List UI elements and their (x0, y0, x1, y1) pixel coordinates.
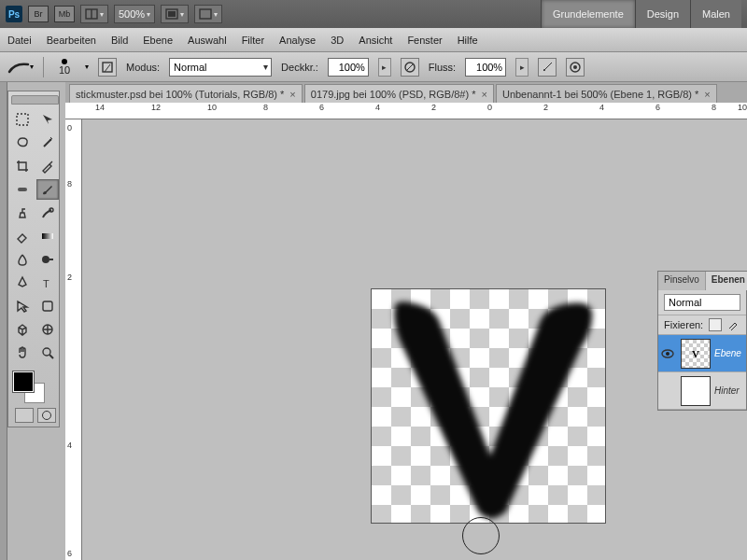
menu-bar: Datei Bearbeiten Bild Ebene Auswahl Filt… (0, 28, 747, 52)
svg-rect-10 (17, 114, 28, 125)
layer-blend-mode-select[interactable]: Normal (664, 294, 740, 311)
svg-point-9 (573, 65, 577, 69)
crop-tool[interactable] (11, 156, 34, 176)
svg-rect-11 (18, 188, 27, 191)
document-tabs: stickmuster.psd bei 100% (Tutorials, RGB… (65, 82, 747, 103)
svg-text:T: T (43, 278, 49, 289)
svg-point-18 (43, 348, 50, 356)
zoom-tool[interactable] (36, 343, 59, 363)
brush-tool[interactable] (36, 179, 59, 200)
history-brush-tool[interactable] (36, 203, 59, 223)
ps-logo-icon: Ps (6, 6, 22, 22)
vertical-ruler[interactable]: 0 8 2 4 6 (65, 119, 82, 560)
flow-flyout[interactable]: ▸ (515, 58, 529, 77)
lock-pixels-icon[interactable] (727, 319, 739, 330)
horizontal-ruler[interactable]: 14 12 10 8 6 4 2 0 2 4 6 8 10 (65, 103, 747, 119)
close-icon[interactable]: × (289, 89, 295, 100)
bridge-button[interactable]: Br (28, 6, 49, 22)
menu-datei[interactable]: Datei (7, 35, 32, 46)
move-tool[interactable] (36, 109, 59, 130)
tab-unbenannt[interactable]: Unbenannt-1 bei 500% (Ebene 1, RGB/8) *× (496, 84, 717, 103)
panel-tab-ebenen[interactable]: Ebenen (706, 272, 747, 290)
magic-wand-tool[interactable] (36, 133, 59, 153)
menu-bild[interactable]: Bild (111, 35, 128, 46)
toolbox-grip[interactable] (11, 95, 59, 105)
left-dock-rail[interactable] (0, 82, 7, 560)
menu-analyse[interactable]: Analyse (279, 35, 316, 46)
color-swatches[interactable] (11, 370, 59, 403)
svg-rect-4 (200, 9, 211, 19)
clone-stamp-tool[interactable] (11, 203, 34, 223)
eyedropper-tool[interactable] (36, 156, 59, 176)
svg-rect-3 (168, 11, 176, 17)
visibility-eye-icon[interactable] (658, 349, 677, 358)
svg-rect-13 (42, 233, 53, 239)
screen-mode-button[interactable]: ▾ (161, 5, 189, 23)
quick-mask-button[interactable] (37, 408, 56, 423)
flow-input[interactable]: 100% (465, 58, 506, 77)
app-bar: Ps Br Mb ▾ 500%▾ ▾ ▾ Grundelemente Desig… (0, 0, 747, 28)
menu-hilfe[interactable]: Hilfe (458, 35, 478, 46)
healing-brush-tool[interactable] (11, 179, 34, 200)
workspace-malen[interactable]: Malen (690, 0, 741, 28)
3d-tool[interactable] (11, 319, 34, 340)
standard-mode-button[interactable] (15, 408, 34, 423)
size-pressure-toggle[interactable] (566, 58, 585, 77)
flow-label: Fluss: (429, 62, 456, 73)
svg-point-7 (543, 69, 545, 71)
layer-row-hintergrund[interactable]: Hinter (658, 372, 746, 410)
dodge-tool[interactable] (36, 249, 59, 270)
airbrush-toggle[interactable] (538, 58, 557, 77)
brush-panel-toggle[interactable] (98, 58, 117, 77)
opacity-input[interactable]: 100% (328, 58, 369, 77)
gradient-tool[interactable] (36, 226, 59, 246)
arrange-documents-button[interactable]: ▾ (80, 5, 108, 23)
extras-button[interactable]: ▾ (194, 5, 222, 23)
svg-rect-16 (43, 301, 52, 311)
workspace-design[interactable]: Design (635, 0, 690, 28)
brush-size-preview[interactable]: 10 (53, 59, 76, 76)
canvas-area[interactable] (82, 119, 747, 560)
menu-3d[interactable]: 3D (331, 35, 344, 46)
opacity-pressure-toggle[interactable] (401, 58, 419, 77)
svg-point-20 (666, 352, 669, 356)
foreground-color-swatch[interactable] (13, 371, 34, 392)
layer-name[interactable]: Hinter (714, 385, 746, 396)
layer-row-ebene1[interactable]: V Ebene (658, 335, 746, 372)
svg-rect-5 (103, 63, 112, 72)
hand-tool[interactable] (11, 343, 34, 363)
menu-filter[interactable]: Filter (242, 35, 264, 46)
layer-name[interactable]: Ebene (714, 348, 746, 358)
zoom-level-dropdown[interactable]: 500%▾ (114, 5, 155, 23)
menu-ebene[interactable]: Ebene (143, 35, 173, 46)
layer-thumbnail[interactable]: V (681, 339, 711, 369)
lock-transparency-icon[interactable] (709, 318, 722, 331)
close-icon[interactable]: × (482, 89, 487, 100)
menu-ansicht[interactable]: Ansicht (359, 35, 392, 46)
workspace-grundelemente[interactable]: Grundelemente (541, 0, 635, 28)
document-canvas[interactable] (371, 288, 606, 524)
menu-bearbeiten[interactable]: Bearbeiten (47, 35, 96, 46)
opacity-flyout[interactable]: ▸ (378, 58, 391, 77)
mini-bridge-button[interactable]: Mb (54, 6, 75, 22)
layer-thumbnail[interactable] (681, 376, 711, 406)
menu-fenster[interactable]: Fenster (407, 35, 442, 46)
lock-label: Fixieren: (664, 319, 703, 330)
blend-mode-select[interactable]: Normal (169, 58, 272, 77)
type-tool[interactable]: T (36, 273, 59, 293)
lasso-tool[interactable] (11, 133, 34, 153)
marquee-tool[interactable] (11, 109, 34, 130)
panel-tab-pinsel[interactable]: Pinselvo (658, 272, 706, 290)
3d-camera-tool[interactable] (36, 319, 59, 340)
tool-preset-picker[interactable]: ▾ (7, 57, 34, 77)
svg-point-14 (42, 256, 49, 263)
path-selection-tool[interactable] (11, 296, 34, 316)
tab-stickmuster[interactable]: stickmuster.psd bei 100% (Tutorials, RGB… (69, 84, 303, 103)
pen-tool[interactable] (11, 273, 34, 293)
eraser-tool[interactable] (11, 226, 34, 246)
close-icon[interactable]: × (704, 89, 710, 100)
menu-auswahl[interactable]: Auswahl (188, 35, 227, 46)
tab-0179[interactable]: 0179.jpg bei 100% (PSD, RGB/8#) *× (304, 84, 494, 103)
shape-tool[interactable] (36, 296, 59, 316)
blur-tool[interactable] (11, 249, 34, 270)
